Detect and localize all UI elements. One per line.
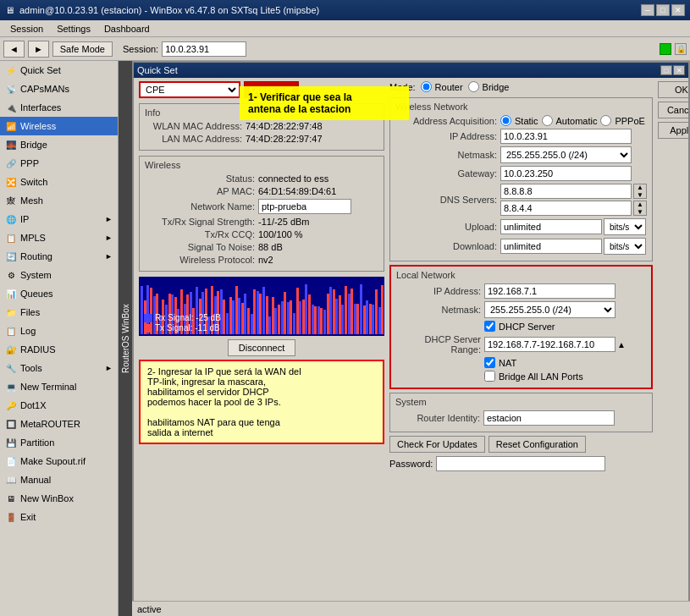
wn-dns1-input[interactable] — [500, 184, 632, 199]
metarouter-icon: 🔲 — [5, 418, 17, 430]
wn-upload-unit[interactable]: bits/s — [604, 218, 646, 235]
sidebar-label-radius: RADIUS — [20, 344, 56, 355]
wn-gateway-input[interactable] — [500, 166, 632, 181]
wn-ip-input[interactable] — [500, 129, 632, 144]
sidebar-item-ip[interactable]: 🌐 IP ► — [0, 210, 118, 228]
bridge-icon: 🌉 — [5, 139, 17, 151]
wn-netmask-select[interactable]: 255.255.255.0 (/24) — [500, 146, 632, 163]
sidebar-item-manual[interactable]: 📖 Manual — [0, 470, 118, 489]
annotation-1-text: 1- Verificar que sea laantena de la esta… — [248, 91, 352, 115]
sidebar-item-partition[interactable]: 💾 Partition — [0, 433, 118, 452]
check-updates-button[interactable]: Check For Updates — [389, 436, 485, 453]
forward-button[interactable]: ► — [28, 41, 49, 58]
wn-upload-input[interactable] — [500, 219, 602, 234]
sidebar-item-log[interactable]: 📋 Log — [0, 322, 118, 340]
protocol-value: nv2 — [258, 255, 273, 265]
menu-dashboard[interactable]: Dashboard — [97, 23, 157, 35]
menu-settings[interactable]: Settings — [50, 23, 97, 35]
interfaces-icon: 🔌 — [5, 102, 17, 113]
winbox-close-button[interactable]: ✕ — [673, 65, 685, 75]
ln-range-label: DHCP Server Range: — [396, 334, 481, 355]
sidebar-item-ppp[interactable]: 🔗 PPP — [0, 154, 118, 173]
exit-icon: 🚪 — [5, 511, 17, 523]
router-identity-label: Router Identity: — [395, 413, 480, 423]
sidebar-item-newwinbox[interactable]: 🖥 New WinBox — [0, 489, 118, 508]
pppoe-radio[interactable] — [600, 115, 611, 126]
switch-icon: 🔀 — [5, 176, 17, 188]
wn-download-unit[interactable]: bits/s — [604, 238, 646, 255]
maximize-button[interactable]: □ — [656, 4, 670, 16]
sidebar-item-interfaces[interactable]: 🔌 Interfaces — [0, 98, 118, 117]
wn-download-input[interactable] — [500, 239, 602, 254]
protocol-row: Wireless Protocol: nv2 — [145, 255, 378, 265]
session-input[interactable] — [162, 41, 246, 57]
reset-config-button[interactable]: Reset Configuration — [489, 436, 586, 453]
ln-ip-input[interactable] — [484, 283, 615, 299]
password-label: Password: — [389, 459, 433, 469]
sidebar-item-quickset[interactable]: ⚡ Quick Set — [0, 61, 118, 80]
sidebar-item-radius[interactable]: 🔐 RADIUS — [0, 340, 118, 359]
ok-button[interactable]: OK — [658, 81, 688, 98]
automatic-label: Automatic — [556, 116, 598, 126]
cancel-button[interactable]: Cancel — [658, 102, 688, 118]
sidebar-item-mpls[interactable]: 📋 MPLS ► — [0, 228, 118, 247]
wn-dns2-input[interactable] — [500, 201, 632, 216]
wn-dns-label: DNS Servers: — [395, 195, 497, 205]
ln-netmask-select[interactable]: 255.255.255.0 (/24) — [484, 301, 615, 318]
sidebar-label-wireless: Wireless — [20, 121, 56, 131]
sidebar-item-routing[interactable]: 🔄 Routing ► — [0, 247, 118, 266]
mode-router-group: Router — [421, 81, 463, 92]
dns1-spin[interactable]: ▲▼ — [633, 184, 647, 199]
back-button[interactable]: ◄ — [3, 41, 25, 58]
mode-dropdown[interactable]: CPE PTP Home AP CAP — [139, 81, 240, 98]
network-name-input[interactable] — [258, 199, 351, 214]
winbox-restore-button[interactable]: □ — [660, 65, 672, 75]
ln-range-input[interactable] — [484, 337, 615, 352]
ln-dhcp-row: DHCP Server — [396, 321, 646, 332]
ln-nat-checkbox[interactable] — [484, 357, 495, 368]
ln-ip-label: IP Address: — [396, 286, 481, 296]
radius-icon: 🔐 — [5, 344, 17, 355]
safe-mode-button[interactable]: Safe Mode — [52, 41, 113, 57]
sidebar-item-mesh[interactable]: 🕸 Mesh — [0, 191, 118, 210]
sidebar-item-files[interactable]: 📁 Files — [0, 303, 118, 322]
manual-icon: 📖 — [5, 474, 17, 486]
sidebar-item-dot1x[interactable]: 🔑 Dot1X — [0, 396, 118, 415]
automatic-radio[interactable] — [542, 115, 553, 126]
session-label: Session: — [123, 44, 158, 54]
ln-dhcp-checkbox[interactable] — [484, 321, 495, 332]
router-identity-input[interactable] — [483, 410, 615, 426]
sidebar-item-newterminal[interactable]: 💻 New Terminal — [0, 377, 118, 396]
dns2-spin[interactable]: ▲▼ — [633, 201, 647, 216]
content-area: Quick Set □ ✕ CPE PTP Home AP — [132, 61, 690, 616]
sidebar-label-newterminal: New Terminal — [20, 382, 76, 392]
password-input[interactable] — [436, 456, 605, 471]
sidebar-item-capsman[interactable]: 📡 CAPsMANs — [0, 80, 118, 98]
minimize-button[interactable]: ─ — [641, 4, 654, 16]
capsman-icon: 📡 — [5, 83, 17, 95]
sidebar-item-tools[interactable]: 🔧 Tools ► — [0, 359, 118, 377]
mode-router-radio[interactable] — [421, 81, 432, 92]
sidebar-item-makesupout[interactable]: 📄 Make Supout.rif — [0, 452, 118, 470]
menu-session[interactable]: Session — [3, 23, 50, 35]
disconnect-button[interactable]: Disconnect — [228, 339, 295, 356]
ln-bridge-checkbox[interactable] — [484, 371, 495, 382]
signal-noise-value: 88 dB — [258, 242, 283, 252]
mode-bridge-radio[interactable] — [468, 81, 479, 92]
sidebar-item-metarouter[interactable]: 🔲 MetaROUTER — [0, 415, 118, 433]
apply-button[interactable]: Apply — [658, 122, 688, 139]
sidebar-item-system[interactable]: ⚙ System — [0, 266, 118, 284]
static-radio[interactable] — [500, 115, 511, 126]
mode-bridge-label: Bridge — [483, 82, 510, 92]
sidebar-label-makesupout: Make Supout.rif — [20, 456, 86, 466]
mode-bridge-group: Bridge — [468, 81, 510, 92]
close-button[interactable]: ✕ — [671, 4, 685, 16]
wlan-mac-value: 74:4D:28:22:97:48 — [246, 121, 323, 131]
ccq-value: 100/100 % — [258, 229, 303, 239]
sidebar-item-bridge[interactable]: 🌉 Bridge — [0, 135, 118, 154]
sidebar-item-exit[interactable]: 🚪 Exit — [0, 508, 118, 526]
sidebar-item-switch[interactable]: 🔀 Switch — [0, 173, 118, 191]
ln-range-row: DHCP Server Range: ▲ — [396, 334, 646, 355]
sidebar-item-wireless[interactable]: 📶 Wireless — [0, 117, 118, 135]
sidebar-item-queues[interactable]: 📊 Queues — [0, 284, 118, 303]
